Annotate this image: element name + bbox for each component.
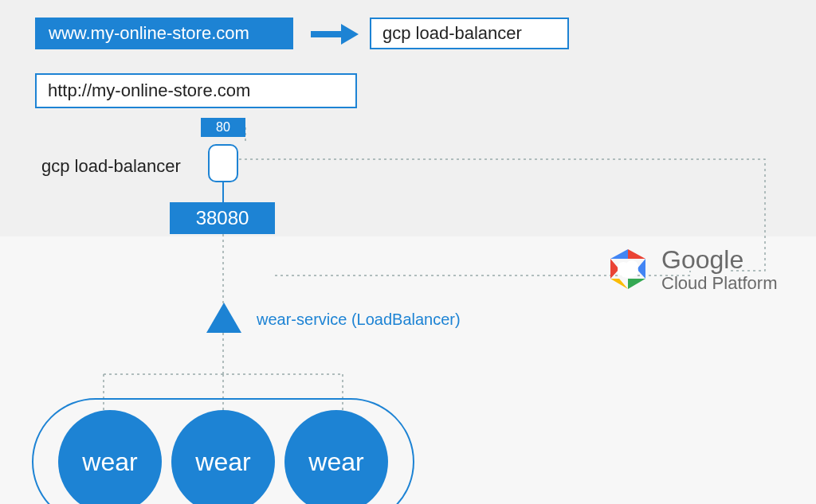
lb-node-label: gcp load-balancer <box>41 156 181 177</box>
lb-node-box <box>208 144 238 182</box>
gcp-lb-target-text: gcp load-balancer <box>382 23 522 44</box>
node-port-badge: 38080 <box>170 202 275 234</box>
pod-group: wear wear wear <box>32 398 414 504</box>
diagram-canvas: www.my-online-store.com gcp load-balance… <box>0 0 816 504</box>
gcp-lb-target-box: gcp load-balancer <box>370 18 569 49</box>
pod-label: wear <box>195 447 250 477</box>
arrow-right-icon <box>311 24 359 45</box>
pod: wear <box>284 410 388 504</box>
svg-marker-8 <box>610 249 628 259</box>
pod: wear <box>58 410 162 504</box>
pod: wear <box>171 410 275 504</box>
svg-marker-5 <box>628 279 645 289</box>
svg-point-11 <box>626 260 638 273</box>
pod-label: wear <box>82 447 137 477</box>
cloud-brand-product: Cloud Platform <box>661 274 778 292</box>
service-label: wear-service (LoadBalancer) <box>257 311 461 329</box>
service-triangle-icon <box>206 303 241 333</box>
domain-name-box: www.my-online-store.com <box>35 18 293 49</box>
cloud-brand-name: Google <box>661 247 778 274</box>
url-text: http://my-online-store.com <box>48 80 250 101</box>
domain-name-text: www.my-online-store.com <box>49 23 249 44</box>
url-box: http://my-online-store.com <box>35 73 357 108</box>
svg-rect-0 <box>311 31 341 37</box>
google-cloud-hexagon-icon <box>606 247 650 291</box>
svg-marker-1 <box>341 24 359 45</box>
cloud-brand: Google Cloud Platform <box>606 247 778 292</box>
external-port-text: 80 <box>216 120 230 134</box>
node-port-text: 38080 <box>196 207 249 229</box>
external-port-badge: 80 <box>201 118 245 137</box>
svg-marker-3 <box>628 249 645 259</box>
svg-marker-6 <box>610 279 628 289</box>
svg-marker-4 <box>637 259 645 279</box>
pod-label: wear <box>308 447 363 477</box>
